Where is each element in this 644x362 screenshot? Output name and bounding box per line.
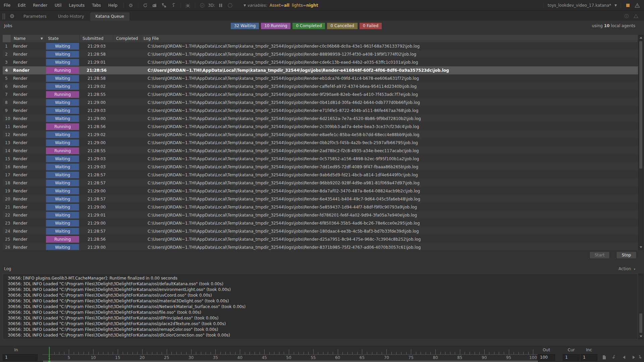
table-row[interactable]: 3RenderWaiting21:29:01C:\Users\JORDAN~1.… xyxy=(3,58,638,66)
header-corner-cell[interactable] xyxy=(3,35,11,42)
table-row[interactable]: 11RenderRunning21:28:56C:\Users\JORDAN~1… xyxy=(3,123,638,131)
log-output[interactable]: 30656: [INFO plugins.Geolib3-MT.CacheMan… xyxy=(3,274,638,339)
render-farm-icon[interactable] xyxy=(152,3,157,8)
ruler-tick xyxy=(308,352,309,355)
node-graph-icon[interactable] xyxy=(161,3,167,8)
warning-icon[interactable] xyxy=(635,3,640,8)
render-hook-icon[interactable] xyxy=(171,3,176,8)
stop-button[interactable]: Stop xyxy=(616,251,637,259)
timeline-scrollbar-thumb[interactable] xyxy=(43,361,538,362)
panel-menu-icon[interactable] xyxy=(624,13,629,19)
next-frame-icon[interactable] xyxy=(631,355,637,360)
column-header-submitted[interactable]: Submitted xyxy=(80,35,113,42)
prev-frame-icon[interactable] xyxy=(621,355,627,360)
recent-files-icon[interactable]: ▼ xyxy=(614,4,617,7)
in-frame-input[interactable]: 1 xyxy=(3,354,38,361)
table-row[interactable]: 5RenderWaiting21:28:58C:\Users\JORDAN~1.… xyxy=(3,74,638,82)
variable-value[interactable]: night xyxy=(306,3,318,8)
table-row[interactable]: 2RenderWaiting21:28:58C:\Users\JORDAN~1.… xyxy=(3,50,638,58)
table-row[interactable]: 18RenderWaiting21:28:57C:\Users\JORDAN~1… xyxy=(3,179,638,187)
table-row[interactable]: 25RenderRunning21:28:56C:\Users\JORDAN~1… xyxy=(3,235,638,243)
refresh-icon[interactable] xyxy=(143,3,148,8)
table-row[interactable]: 1RenderWaiting21:29:03C:\Users\JORDAN~1.… xyxy=(3,42,638,50)
menu-edit[interactable]: Edit xyxy=(14,3,29,8)
table-row[interactable]: 6RenderWaiting21:29:02C:\Users\JORDAN~1.… xyxy=(3,82,638,90)
table-row[interactable]: 12RenderWaiting21:29:02C:\Users\JORDAN~1… xyxy=(3,131,638,139)
log-scrollbar[interactable] xyxy=(638,274,643,339)
scroll-down-icon[interactable] xyxy=(640,336,642,337)
panel-warning-icon[interactable] xyxy=(633,13,639,19)
table-row[interactable]: 26RenderWaiting21:29:00C:\Users\JORDAN~1… xyxy=(3,243,638,250)
agents-status: using 10 local agents xyxy=(592,23,635,28)
panel-pin-icon[interactable] xyxy=(9,13,15,19)
ruler-tick xyxy=(98,352,99,355)
out-frame-input[interactable]: 100 xyxy=(538,354,555,361)
message-square-icon[interactable] xyxy=(625,3,631,8)
column-header-state[interactable]: State xyxy=(45,35,80,42)
cell-comp xyxy=(113,163,141,171)
timeline-scrollbar[interactable] xyxy=(42,361,539,362)
scroll-down-icon[interactable] xyxy=(640,246,642,248)
summary-badge-failed: 0 Failed xyxy=(360,23,382,29)
ruler-tick xyxy=(333,352,333,355)
table-row[interactable]: 8RenderWaiting21:29:00C:\Users\JORDAN~1.… xyxy=(3,99,638,107)
debug-render-icon[interactable] xyxy=(185,3,191,8)
log-scrollbar-thumb[interactable] xyxy=(639,313,642,333)
separator xyxy=(621,3,621,8)
inc-frame-input[interactable]: 1 xyxy=(581,354,597,361)
cur-frame-input[interactable]: 1 xyxy=(563,354,580,361)
frame-ruler[interactable]: 1510152025303540455055606570758085909510… xyxy=(42,347,539,360)
cell-sub: 21:29:03 xyxy=(80,107,113,115)
table-row[interactable]: 21RenderWaiting21:29:00C:\Users\JORDAN~1… xyxy=(3,203,638,211)
ruler-tick xyxy=(176,352,177,355)
menu-layouts[interactable]: Layouts xyxy=(65,3,88,8)
table-row[interactable]: 19RenderWaiting21:29:00C:\Users\JORDAN~1… xyxy=(3,187,638,195)
table-row[interactable]: 22RenderWaiting21:29:01C:\Users\JORDAN~1… xyxy=(3,211,638,219)
table-row[interactable]: 13RenderWaiting21:29:00C:\Users\JORDAN~1… xyxy=(3,139,638,147)
table-row[interactable]: 14RenderRunning21:28:55C:\Users\JORDAN~1… xyxy=(3,147,638,155)
table-row[interactable]: 23RenderWaiting21:29:00C:\Users\JORDAN~1… xyxy=(3,219,638,227)
start-button[interactable]: Start xyxy=(589,251,610,259)
table-row[interactable]: 16RenderWaiting21:29:03C:\Users\JORDAN~1… xyxy=(3,163,638,171)
variables-collapse-icon[interactable]: ▼ xyxy=(244,4,246,7)
table-row[interactable]: 10RenderWaiting21:29:00C:\Users\JORDAN~1… xyxy=(3,115,638,123)
scroll-up-icon[interactable] xyxy=(640,37,642,39)
table-row[interactable]: 15RenderWaiting21:29:03C:\Users\JORDAN~1… xyxy=(3,155,638,163)
table-row[interactable]: 20RenderWaiting21:28:57C:\Users\JORDAN~1… xyxy=(3,195,638,203)
menu-file[interactable]: File xyxy=(0,3,14,8)
table-row[interactable]: 7RenderRunning21:28:55C:\Users\JORDAN~1.… xyxy=(3,90,638,99)
playhead[interactable] xyxy=(49,347,50,360)
ruler-tick xyxy=(118,349,118,355)
pause-icon[interactable] xyxy=(218,3,223,8)
log-action-dropdown[interactable]: Action ▾ xyxy=(619,266,637,271)
column-header-logfile[interactable]: Log File xyxy=(141,35,638,42)
menu-util[interactable]: Util xyxy=(51,3,65,8)
table-row[interactable]: 4RenderRunning21:28:56C:\Users\JORDAN~1.… xyxy=(3,66,638,74)
table-row[interactable]: 24RenderWaiting21:28:57C:\Users\JORDAN~1… xyxy=(3,227,638,235)
cell-name: Render xyxy=(11,107,45,115)
variables-values[interactable]: Asset=alllights=night xyxy=(270,3,321,8)
column-header-name[interactable]: Name▼ xyxy=(11,35,45,42)
jobs-scrollbar[interactable] xyxy=(638,35,643,250)
flipbook-icon[interactable] xyxy=(601,355,607,360)
jobs-table-header: Name▼ State Submitted Completed Log File xyxy=(3,35,638,42)
cell-name: Render xyxy=(11,42,45,50)
prev-keyframe-icon[interactable] xyxy=(611,355,616,360)
tab-parameters[interactable]: Parameters xyxy=(18,13,52,21)
table-row[interactable]: 17RenderWaiting21:28:57C:\Users\JORDAN~1… xyxy=(3,171,638,179)
next-keyframe-icon[interactable] xyxy=(637,355,643,360)
tabbar: ParametersUndo HistoryKatana Queue xyxy=(0,11,644,21)
menu-render[interactable]: Render xyxy=(29,3,51,8)
menu-tabs[interactable]: Tabs xyxy=(88,3,105,8)
gear-icon[interactable] xyxy=(128,3,133,8)
tab-katana-queue[interactable]: Katana Queue xyxy=(90,12,129,21)
column-header-completed[interactable]: Completed xyxy=(113,35,141,42)
jobs-scrollbar-thumb[interactable] xyxy=(639,41,642,169)
tab-undo-history[interactable]: Undo History xyxy=(53,13,90,21)
menu-help[interactable]: Help xyxy=(105,3,121,8)
variable-value[interactable]: all xyxy=(284,3,289,8)
separator xyxy=(123,3,124,8)
panel-grip-handle[interactable] xyxy=(3,13,6,19)
table-row[interactable]: 9RenderWaiting21:29:03C:\Users\JORDAN~1.… xyxy=(3,107,638,115)
ruler-tick xyxy=(123,352,123,355)
